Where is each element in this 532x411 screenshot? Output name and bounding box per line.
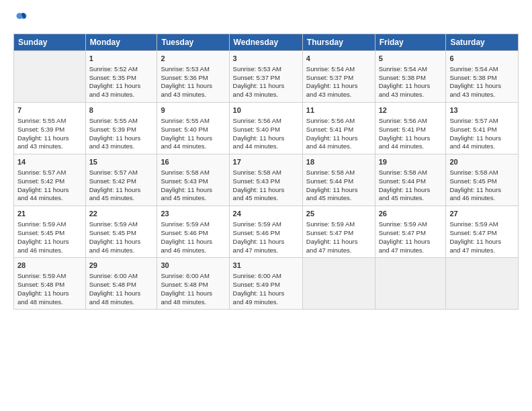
day-number: 14 xyxy=(17,157,82,167)
day-info: Sunrise: 5:54 AM xyxy=(379,65,443,74)
day-info: Daylight: 11 hours xyxy=(89,289,154,298)
day-info: Sunset: 5:48 PM xyxy=(89,281,154,289)
calendar-cell: 1Sunrise: 5:52 AMSunset: 5:35 PMDaylight… xyxy=(85,51,157,103)
calendar-cell: 9Sunrise: 5:55 AMSunset: 5:40 PMDaylight… xyxy=(157,103,229,154)
day-info: Sunset: 5:38 PM xyxy=(449,74,515,83)
day-number: 27 xyxy=(449,209,515,219)
day-info: Sunrise: 5:57 AM xyxy=(89,169,154,177)
day-info: and 47 minutes. xyxy=(306,246,371,255)
day-info: Daylight: 11 hours xyxy=(449,238,515,246)
calendar-cell: 21Sunrise: 5:59 AMSunset: 5:45 PMDayligh… xyxy=(14,206,86,258)
day-info: Sunset: 5:45 PM xyxy=(17,229,82,238)
day-info: Daylight: 11 hours xyxy=(17,186,82,195)
day-info: Daylight: 11 hours xyxy=(161,289,225,298)
day-info: Daylight: 11 hours xyxy=(306,186,371,195)
day-info: Sunset: 5:35 PM xyxy=(89,74,154,83)
day-info: Sunset: 5:38 PM xyxy=(379,74,443,83)
calendar-body: 1Sunrise: 5:52 AMSunset: 5:35 PMDaylight… xyxy=(14,51,519,310)
day-info: and 49 minutes. xyxy=(233,298,299,307)
day-number: 4 xyxy=(306,54,371,64)
day-info: Daylight: 11 hours xyxy=(449,82,515,91)
calendar-cell: 7Sunrise: 5:55 AMSunset: 5:39 PMDaylight… xyxy=(14,103,86,154)
day-info: and 46 minutes. xyxy=(17,246,82,255)
day-info: Sunrise: 5:55 AM xyxy=(161,117,225,126)
day-info: Daylight: 11 hours xyxy=(89,238,154,246)
day-info: Sunrise: 5:59 AM xyxy=(89,220,154,229)
week-row-1: 1Sunrise: 5:52 AMSunset: 5:35 PMDaylight… xyxy=(14,51,519,103)
header-cell-friday: Friday xyxy=(375,34,446,51)
day-number: 6 xyxy=(449,54,515,64)
day-number: 26 xyxy=(379,209,443,219)
day-info: Daylight: 11 hours xyxy=(233,186,299,195)
day-info: Daylight: 11 hours xyxy=(233,289,299,298)
day-number: 28 xyxy=(17,261,82,271)
day-info: Sunrise: 5:58 AM xyxy=(233,169,299,177)
day-info: Daylight: 11 hours xyxy=(89,134,154,143)
day-info: Sunset: 5:47 PM xyxy=(306,229,371,238)
day-info: Sunset: 5:48 PM xyxy=(161,281,225,289)
calendar-cell: 22Sunrise: 5:59 AMSunset: 5:45 PMDayligh… xyxy=(85,206,157,258)
header-cell-saturday: Saturday xyxy=(446,34,519,51)
day-info: Daylight: 11 hours xyxy=(449,134,515,143)
calendar-cell: 12Sunrise: 5:56 AMSunset: 5:41 PMDayligh… xyxy=(375,103,446,154)
day-info: Sunrise: 5:59 AM xyxy=(161,220,225,229)
calendar-cell: 25Sunrise: 5:59 AMSunset: 5:47 PMDayligh… xyxy=(302,206,375,258)
calendar-cell: 3Sunrise: 5:53 AMSunset: 5:37 PMDaylight… xyxy=(229,51,302,103)
calendar-cell: 24Sunrise: 5:59 AMSunset: 5:46 PMDayligh… xyxy=(229,206,302,258)
day-info: Daylight: 11 hours xyxy=(17,134,82,143)
day-info: Sunset: 5:43 PM xyxy=(161,177,225,186)
calendar-cell: 4Sunrise: 5:54 AMSunset: 5:37 PMDaylight… xyxy=(302,51,375,103)
day-info: Sunset: 5:49 PM xyxy=(233,281,299,289)
day-info: Sunrise: 5:58 AM xyxy=(306,169,371,177)
day-info: Sunset: 5:43 PM xyxy=(233,177,299,186)
day-info: and 47 minutes. xyxy=(233,246,299,255)
day-info: and 43 minutes. xyxy=(89,91,154,99)
day-info: and 46 minutes. xyxy=(161,246,225,255)
day-info: Daylight: 11 hours xyxy=(379,238,443,246)
calendar-cell: 11Sunrise: 5:56 AMSunset: 5:41 PMDayligh… xyxy=(302,103,375,154)
day-info: and 46 minutes. xyxy=(89,246,154,255)
day-number: 12 xyxy=(379,105,443,116)
day-info: Sunrise: 5:53 AM xyxy=(233,65,299,74)
header xyxy=(13,11,519,27)
day-number: 29 xyxy=(89,261,154,271)
day-info: and 44 minutes. xyxy=(233,142,299,151)
day-info: Sunrise: 5:57 AM xyxy=(17,169,82,177)
day-info: Sunset: 5:41 PM xyxy=(306,126,371,134)
day-info: Daylight: 11 hours xyxy=(161,82,225,91)
calendar-cell: 23Sunrise: 5:59 AMSunset: 5:46 PMDayligh… xyxy=(157,206,229,258)
day-info: Sunset: 5:39 PM xyxy=(17,126,82,134)
day-info: and 48 minutes. xyxy=(89,298,154,307)
day-info: Sunrise: 5:57 AM xyxy=(449,117,515,126)
calendar-cell: 27Sunrise: 5:59 AMSunset: 5:47 PMDayligh… xyxy=(446,206,519,258)
day-number: 25 xyxy=(306,209,371,219)
day-info: Daylight: 11 hours xyxy=(89,82,154,91)
calendar-cell: 10Sunrise: 5:56 AMSunset: 5:40 PMDayligh… xyxy=(229,103,302,154)
day-info: and 43 minutes. xyxy=(449,91,515,99)
day-number: 11 xyxy=(306,105,371,116)
calendar-table: SundayMondayTuesdayWednesdayThursdayFrid… xyxy=(13,34,519,310)
day-info: Sunrise: 5:58 AM xyxy=(379,169,443,177)
day-info: and 45 minutes. xyxy=(379,194,443,203)
calendar-cell xyxy=(375,258,446,310)
day-info: Sunrise: 5:53 AM xyxy=(161,65,225,74)
calendar-cell: 18Sunrise: 5:58 AMSunset: 5:44 PMDayligh… xyxy=(302,154,375,206)
day-info: Sunrise: 5:56 AM xyxy=(233,117,299,126)
day-number: 22 xyxy=(89,209,154,219)
day-number: 20 xyxy=(449,157,515,167)
day-info: Sunset: 5:44 PM xyxy=(306,177,371,186)
day-info: and 43 minutes. xyxy=(17,142,82,151)
day-info: Daylight: 11 hours xyxy=(161,238,225,246)
day-info: Sunrise: 5:59 AM xyxy=(17,272,82,281)
day-info: Sunset: 5:41 PM xyxy=(379,126,443,134)
day-number: 19 xyxy=(379,157,443,167)
week-row-5: 28Sunrise: 5:59 AMSunset: 5:48 PMDayligh… xyxy=(14,258,519,310)
day-number: 16 xyxy=(161,157,225,167)
day-info: Sunset: 5:46 PM xyxy=(161,229,225,238)
page: SundayMondayTuesdayWednesdayThursdayFrid… xyxy=(0,0,532,316)
day-info: and 45 minutes. xyxy=(161,194,225,203)
calendar-cell xyxy=(302,258,375,310)
week-row-4: 21Sunrise: 5:59 AMSunset: 5:45 PMDayligh… xyxy=(14,206,519,258)
day-info: Sunset: 5:48 PM xyxy=(17,281,82,289)
calendar-cell xyxy=(14,51,86,103)
